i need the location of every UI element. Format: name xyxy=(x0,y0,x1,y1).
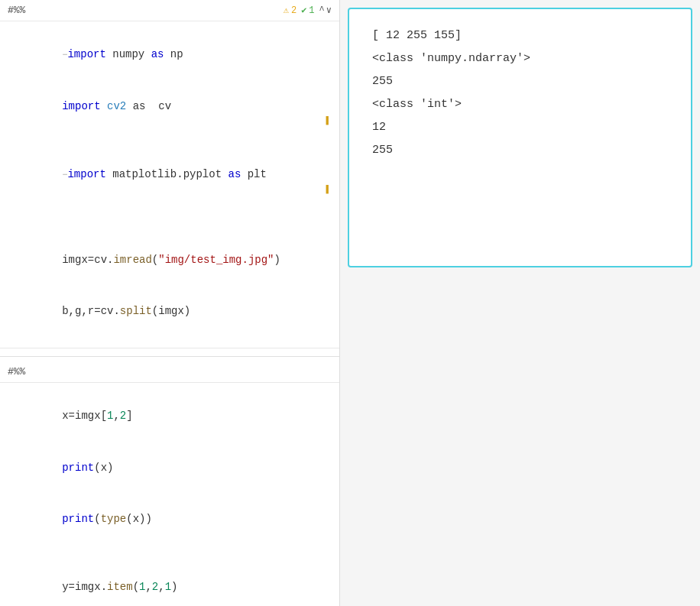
code-line-split: b,g,r=cv.split(imgx) xyxy=(11,286,329,337)
output-line-1: [ 12 255 155] xyxy=(372,24,668,47)
code-line-blank1 xyxy=(11,217,329,234)
output-line-5: 12 xyxy=(372,116,668,139)
code-line-print-x: print(x) xyxy=(11,442,329,493)
cell-1: #%% ⚠ 2 ✔ 1 ^ ∨ −import numpy as np xyxy=(0,0,339,348)
check-icon: ✔ xyxy=(301,5,306,16)
right-panel: [ 12 255 155] <class 'numpy.ndarray'> 25… xyxy=(340,0,700,606)
warning-icon: ⚠ xyxy=(284,5,289,16)
cell-1-content: −import numpy as np import cv2 as cv ▐ −… xyxy=(0,21,339,345)
code-line-import-cv2: import cv2 as cv ▐ xyxy=(11,80,329,149)
cell-1-header: #%% ⚠ 2 ✔ 1 ^ ∨ xyxy=(0,0,339,21)
code-line-blank2 xyxy=(11,545,329,562)
left-panel: #%% ⚠ 2 ✔ 1 ^ ∨ −import numpy as np xyxy=(0,0,340,606)
code-line-import-matplotlib: −import matplotlib.pyplot as plt ▐ xyxy=(11,149,329,218)
cell-1-controls: ⚠ 2 ✔ 1 ^ ∨ xyxy=(284,5,332,16)
code-line-print-type-x: print(type(x)) xyxy=(11,493,329,544)
code-line-y-assign: y=imgx.item(1,2,1) xyxy=(11,562,329,606)
cell-2-header: #%% xyxy=(0,361,339,383)
check-count: 1 xyxy=(309,5,314,16)
warning-count: 2 xyxy=(291,5,297,16)
code-line-imread: imgx=cv.imread("img/test_img.jpg") xyxy=(11,235,329,286)
down-arrow-icon[interactable]: ∨ xyxy=(326,5,332,16)
code-line-x-assign: x=imgx[1,2] xyxy=(11,390,329,442)
cell-divider xyxy=(0,356,339,357)
output-box: [ 12 255 155] <class 'numpy.ndarray'> 25… xyxy=(348,8,692,267)
cell-2: #%% x=imgx[1,2] print(x) print(type(x)) … xyxy=(0,361,339,606)
warning-badge: ⚠ 2 xyxy=(284,5,297,16)
up-arrow-icon[interactable]: ^ xyxy=(319,5,325,16)
cell-1-label: #%% xyxy=(8,5,25,16)
cell-2-label: #%% xyxy=(8,366,25,378)
cell-2-content: x=imgx[1,2] print(x) print(type(x)) y=im… xyxy=(0,383,339,606)
check-badge: ✔ 1 xyxy=(301,5,314,16)
warning-marker-cv2: ▐ xyxy=(323,115,329,128)
output-line-3: 255 xyxy=(372,70,668,93)
nav-arrows[interactable]: ^ ∨ xyxy=(319,5,332,16)
output-line-2: <class 'numpy.ndarray'> xyxy=(372,47,668,70)
warning-marker-mpl: ▐ xyxy=(323,183,329,197)
output-line-6: 255 xyxy=(372,139,668,162)
output-line-4: <class 'int'> xyxy=(372,93,668,116)
code-line-import-numpy: −import numpy as np xyxy=(11,29,329,80)
